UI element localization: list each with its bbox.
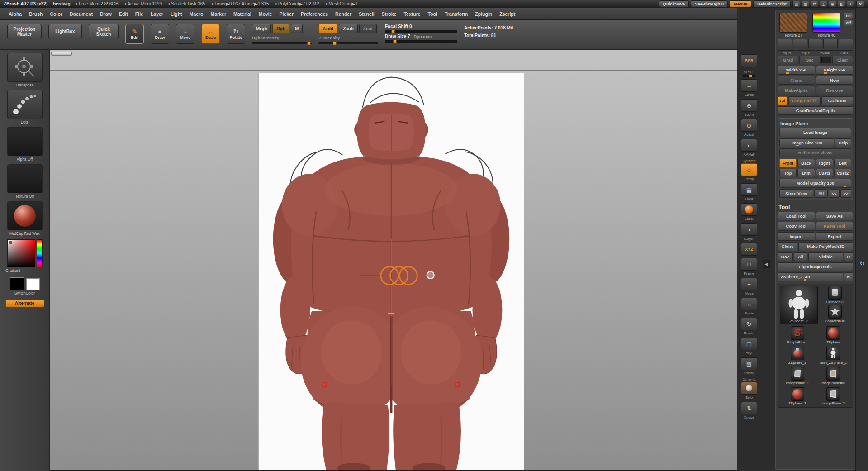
texture-tile[interactable] (7, 164, 43, 193)
texture-slot[interactable] (823, 39, 838, 48)
m-button[interactable]: M (291, 24, 303, 33)
menu-item[interactable]: Preferences (298, 10, 331, 18)
tool-thumb-imageplane2[interactable]: ImagePlane_2 (816, 387, 851, 405)
aahalf-button[interactable]: ◐ AAHalf (741, 139, 757, 157)
scale3d-button[interactable]: ↔ Scale (741, 298, 757, 315)
goz-all-button[interactable]: All (794, 252, 807, 261)
view-btm-button[interactable]: Btm (797, 169, 815, 177)
projection-master-button[interactable]: Projection Master (7, 24, 42, 39)
texture-off-button[interactable]: off (844, 20, 853, 26)
rotate3d-button[interactable]: ↻ Rotate (741, 318, 757, 335)
new-texture-button[interactable]: New (816, 76, 854, 85)
clone-tool-button[interactable]: Clone (778, 242, 797, 251)
help-button[interactable]: Help (835, 138, 851, 147)
menu-item[interactable]: Material (230, 10, 255, 18)
window-icon[interactable]: ▦ (802, 1, 809, 7)
window-icon[interactable]: ◉ (829, 1, 836, 7)
all-views-button[interactable]: All (814, 189, 828, 198)
tool-thumb-skin-zsphere2[interactable]: Skin_ZSphere_2 (816, 347, 851, 365)
menu-item[interactable]: Stencil (356, 10, 377, 18)
quick-sketch-button[interactable]: Quick Sketch (89, 24, 119, 39)
tray-collapse-arrow[interactable]: ◀ (763, 260, 770, 268)
width-slider[interactable]: Width 256 (778, 66, 815, 74)
active-tool-thumb[interactable]: ZSphere_2 (780, 286, 818, 324)
store-view-button[interactable]: Store View (779, 189, 813, 198)
menu-item[interactable]: Picker (276, 10, 297, 18)
menu-item[interactable]: Color (47, 10, 66, 18)
window-icon[interactable]: ◧ (838, 1, 845, 7)
tool-r-button[interactable]: R (844, 272, 853, 281)
rotate-texture-button[interactable]: Rotate (816, 50, 834, 54)
view-left-button[interactable]: Left (834, 159, 851, 167)
transpose-tool-tile[interactable] (7, 53, 43, 82)
menu-item[interactable]: Stroke (379, 10, 400, 18)
tool-thumb-zsphere3[interactable]: ZSphere_3 (780, 387, 815, 405)
zsub-button[interactable]: Zsub (339, 24, 358, 33)
xpose-button[interactable]: ⇅ Xpose (741, 402, 757, 419)
polyframe-button[interactable]: ▤ PolyF (741, 338, 757, 355)
local-button[interactable]: Local (741, 203, 757, 221)
stroke-tile[interactable] (7, 90, 43, 119)
menu-item[interactable]: Edit (116, 10, 131, 18)
color-picker[interactable] (7, 239, 43, 267)
grad-button[interactable]: Grad (778, 56, 798, 64)
remove-texture-button[interactable]: Remove (816, 86, 854, 95)
menu-item[interactable]: Alpha (5, 10, 25, 18)
tool-thumb-imageplane01[interactable]: ImagePlane#01 (816, 367, 851, 385)
lightbox-button[interactable]: LightBox (48, 24, 82, 39)
invert-texture-button[interactable]: Invers (835, 50, 853, 54)
transp-button[interactable]: ▧ Transp (741, 357, 757, 375)
tool-thumb-imageplane1[interactable]: ImagePlane_1 (780, 367, 815, 385)
focal-shift-slider[interactable] (385, 30, 457, 33)
xyz-button[interactable]: XYZ (741, 243, 757, 256)
material-tile[interactable] (7, 201, 43, 230)
rgb-button[interactable]: Rgb (272, 24, 289, 33)
make-alpha-button[interactable]: MakeAlpha (778, 86, 815, 95)
tool-thumb-cylinder3d[interactable]: Cylinder3D (826, 286, 844, 304)
paste-tool-button[interactable]: Paste Tool (816, 222, 854, 230)
export-button[interactable]: Export (816, 232, 854, 241)
tool-thumb-zsphere1[interactable]: ZSphere_1 (780, 347, 815, 365)
menu-item[interactable]: Tool (425, 10, 441, 18)
flip-h-button[interactable]: Flip H (778, 50, 796, 54)
tool-thumb-zsphere[interactable]: ZSphere (816, 326, 851, 344)
texture-on-button[interactable]: on (844, 13, 853, 19)
height-slider[interactable]: Height 256 (816, 66, 854, 74)
window-icon[interactable]: ▲ (847, 1, 854, 7)
sculpt-canvas[interactable] (50, 50, 737, 471)
goz-r-button[interactable]: R (844, 252, 853, 261)
restore-configuration-icon[interactable]: ↻ (859, 260, 866, 267)
menu-item[interactable]: File (132, 10, 147, 18)
window-icon[interactable]: ⇄ (811, 1, 818, 7)
window-icon[interactable]: ◫ (820, 1, 827, 7)
solo-button[interactable]: Dynamic Solo (741, 377, 757, 400)
close-icon[interactable]: × (856, 1, 864, 7)
actual-button[interactable]: ⊙ Actual (741, 119, 757, 137)
edit-button[interactable]: ✎ Edit (125, 24, 144, 44)
model-opacity-slider[interactable]: Model Opacity 100 (779, 179, 851, 187)
draw-button[interactable]: ● Draw (151, 24, 169, 44)
image-size-slider[interactable]: Image Size 100 (779, 138, 834, 147)
save-as-button[interactable]: Save As (816, 212, 854, 220)
zoom-button[interactable]: ⊕ Zoom (741, 99, 757, 117)
clear-button[interactable]: Clear (832, 56, 853, 64)
copy-tool-button[interactable]: Copy Tool (778, 222, 815, 230)
import-button[interactable]: Import (778, 232, 815, 241)
mrgb-button[interactable]: Mrgb (252, 24, 271, 33)
frame-button[interactable]: □ Frame (741, 258, 757, 276)
lsym-button[interactable]: ◑ L.Sym (741, 223, 757, 241)
current-tool-slider[interactable]: ZSphere_2. 49 (778, 272, 843, 281)
menu-item[interactable]: Render (332, 10, 355, 18)
prev-view-button[interactable]: << (829, 189, 840, 198)
hue-strip[interactable] (37, 239, 43, 267)
goz-button[interactable]: GoZ (778, 252, 793, 261)
draw-size-slider[interactable] (385, 40, 457, 43)
menu-item[interactable]: Movie (256, 10, 275, 18)
crop-and-fill-button[interactable]: CropAndFill (788, 96, 821, 105)
z-intensity-slider[interactable] (318, 42, 378, 44)
spix-track[interactable] (743, 75, 755, 77)
document-page[interactable] (258, 73, 524, 470)
scroll-button[interactable]: ↔ Scroll (741, 79, 757, 97)
menu-item[interactable]: Document (66, 10, 96, 18)
texture-thumb-current[interactable] (779, 13, 807, 33)
